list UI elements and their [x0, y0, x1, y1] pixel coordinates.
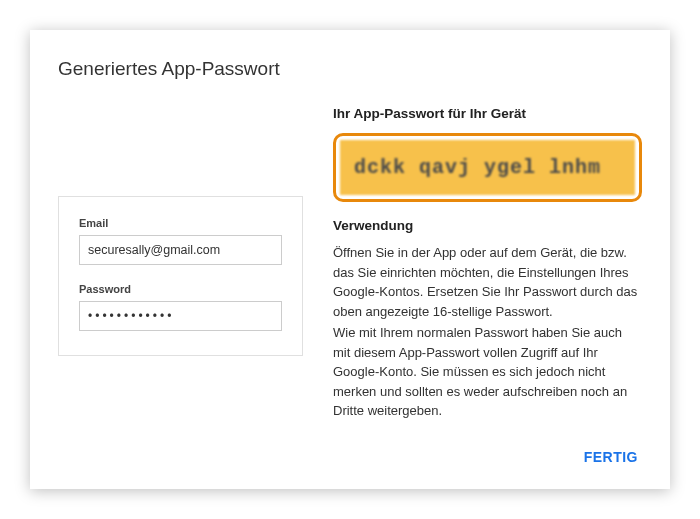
- dialog-title: Generiertes App-Passwort: [58, 58, 642, 80]
- password-label: Password: [79, 283, 282, 295]
- done-button[interactable]: FERTIG: [580, 443, 642, 471]
- dialog-footer: FERTIG: [58, 443, 642, 471]
- email-label: Email: [79, 217, 282, 229]
- usage-heading: Verwendung: [333, 218, 642, 233]
- generated-password-highlight: dckk qavj ygel lnhm: [333, 133, 642, 202]
- dialog-content: Email Password Ihr App-Passwort für Ihr …: [58, 106, 642, 423]
- usage-paragraph-2: Wie mit Ihrem normalen Passwort haben Si…: [333, 323, 642, 421]
- app-password-dialog: Generiertes App-Passwort Email Password …: [30, 30, 670, 489]
- generated-password-value: dckk qavj ygel lnhm: [340, 140, 635, 195]
- email-field[interactable]: [79, 235, 282, 265]
- info-column: Ihr App-Passwort für Ihr Gerät dckk qavj…: [333, 106, 642, 423]
- device-password-heading: Ihr App-Passwort für Ihr Gerät: [333, 106, 642, 121]
- example-form-column: Email Password: [58, 196, 303, 356]
- example-login-card: Email Password: [58, 196, 303, 356]
- usage-text: Öffnen Sie in der App oder auf dem Gerät…: [333, 243, 642, 421]
- usage-paragraph-1: Öffnen Sie in der App oder auf dem Gerät…: [333, 243, 642, 321]
- password-field[interactable]: [79, 301, 282, 331]
